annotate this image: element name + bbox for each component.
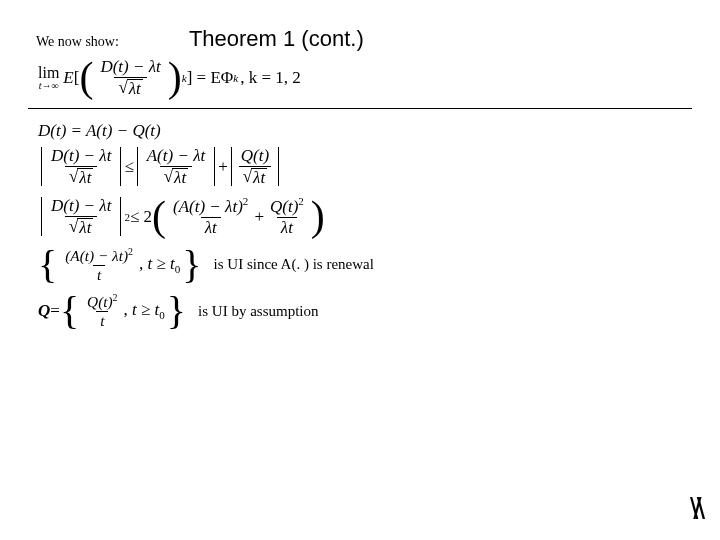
frac-4-r2: Q(t)2 λt [266,196,308,236]
header-row: We now show: Theorem 1 (cont.) [28,26,692,52]
slide-title: Theorem 1 (cont.) [189,26,364,52]
slide: We now show: Theorem 1 (cont.) lim t→∞ E… [0,0,720,540]
eq5-sub0: 0 [175,264,181,276]
eq4-r2den: λt [277,217,297,237]
frac-r2: Q(t) λt [237,147,273,187]
eq4-r1inner: A(t) − λt [179,197,238,216]
bigparen-4: (A(t) − λt)2 λt + Q(t)2 λt [152,196,325,236]
frac-D-rad: λt [127,79,143,98]
eq3-r2num: Q(t) [237,147,273,166]
frac-A: (A(t) − λt)2 t [61,247,137,283]
curly-Q: Q(t)2 t , t ≥ t0 [60,293,186,329]
eq3-r1rad: λt [172,168,188,187]
abs-r1: A(t) − λt λt [134,147,219,187]
eq4-r1num: (A(t) − λt)2 [169,196,252,217]
abs-r2: Q(t) λt [228,147,282,187]
frac-left-4: D(t) − λt λt [47,197,115,237]
note-Q-assumption: is UI by assumption [198,303,318,320]
expectation-E: E [63,68,73,88]
abs-left-4: D(t) − λt λt [38,197,124,237]
eq3-le: ≤ [124,157,133,177]
lim-word: lim [38,65,59,81]
frac-4-r1: (A(t) − λt)2 λt [169,196,252,236]
k-values: , k = 1, 2 [240,68,301,88]
eq6-exp: 2 [113,292,118,303]
eq4-r2inner: Q(t) [270,197,298,216]
frac-D: D(t) − λt λt [96,58,164,98]
equation-abs-ineq: D(t) − λt λt ≤ A(t) − λt λt + Q(t) λt [38,147,692,187]
row-Q-assumption: Q = Q(t)2 t , t ≥ t0 is UI by assumption [38,293,692,329]
eq4-lrad: λt [77,218,93,237]
eq3-lrad: λt [77,168,93,187]
eq4-r2exp: 2 [298,195,304,207]
lim-under: t→∞ [39,81,59,91]
eq5-inner: A(t) − λt [70,247,123,264]
frac-D-den: λt [114,77,146,98]
eq3-r2rad: λt [251,168,267,187]
eq5-exp: 2 [128,246,133,257]
eq6-den: t [96,311,108,329]
eq6-inner: Q(t) [87,293,113,310]
abs-left: D(t) − λt λt [38,147,124,187]
equals-EPhi: ] = E [187,68,221,88]
row-A-renewal: (A(t) − λt)2 t , t ≥ t0 is UI since A(. … [38,247,692,283]
eq5-den: t [93,265,105,283]
eq4-lden: λt [65,216,97,237]
eq4-r1den: λt [201,217,221,237]
big-paren-1: D(t) − λt λt [79,58,181,98]
frac-D-num: D(t) − λt [96,58,164,77]
eq6-sub0: 0 [159,310,165,322]
exp-k-right: k [233,72,238,84]
eq3-lden: λt [65,166,97,187]
eq3-r2den: λt [239,166,271,187]
limit-symbol: lim t→∞ [38,65,59,91]
set-Q: Q = Q(t)2 t , t ≥ t0 [38,293,186,329]
lead-in-text: We now show: [36,34,119,50]
curly-A: (A(t) − λt)2 t , t ≥ t0 [38,247,202,283]
eq5-num: (A(t) − λt)2 [61,247,137,265]
eq4-r1exp: 2 [243,195,249,207]
eq3-plus: + [218,157,228,177]
eq5-cond: , t ≥ t0 [139,254,180,275]
eq4-le2: ≤ 2 [130,207,152,227]
eq6-eqs: = [50,301,60,321]
eq6-num: Q(t)2 [83,293,121,311]
frac-Q: Q(t)2 t [83,293,121,329]
equation-D-def: D(t) = A(t) − Q(t) [38,121,692,141]
frac-r1: A(t) − λt λt [143,147,210,187]
eq4-lnum: D(t) − λt [47,197,115,216]
eq4-r2num: Q(t)2 [266,196,308,217]
eq3-r1num: A(t) − λt [143,147,210,166]
phi: Φ [221,68,233,88]
eq2-text: D(t) = A(t) − Q(t) [38,121,161,141]
bold-Q: Q [38,301,50,321]
equation-sq-ineq: D(t) − λt λt 2 ≤ 2 (A(t) − λt)2 λt + Q(t… [38,196,692,236]
eq4-plus: + [254,207,264,227]
note-A-renewal: is UI since A(. ) is renewal [214,256,374,273]
eq3-r1den: λt [160,166,192,187]
divider [28,108,692,109]
eq3-lnum: D(t) − λt [47,147,115,166]
corner-logo: \/\ [690,492,700,526]
frac-left-3: D(t) − λt λt [47,147,115,187]
eq6-cond-txt: , t ≥ t [124,300,160,319]
eq5-cond-txt: , t ≥ t [139,254,175,273]
set-A: (A(t) − λt)2 t , t ≥ t0 [38,247,202,283]
equation-limit: lim t→∞ E[ D(t) − λt λt k ] = EΦk , k = … [38,58,692,98]
eq6-cond: , t ≥ t0 [124,300,165,321]
